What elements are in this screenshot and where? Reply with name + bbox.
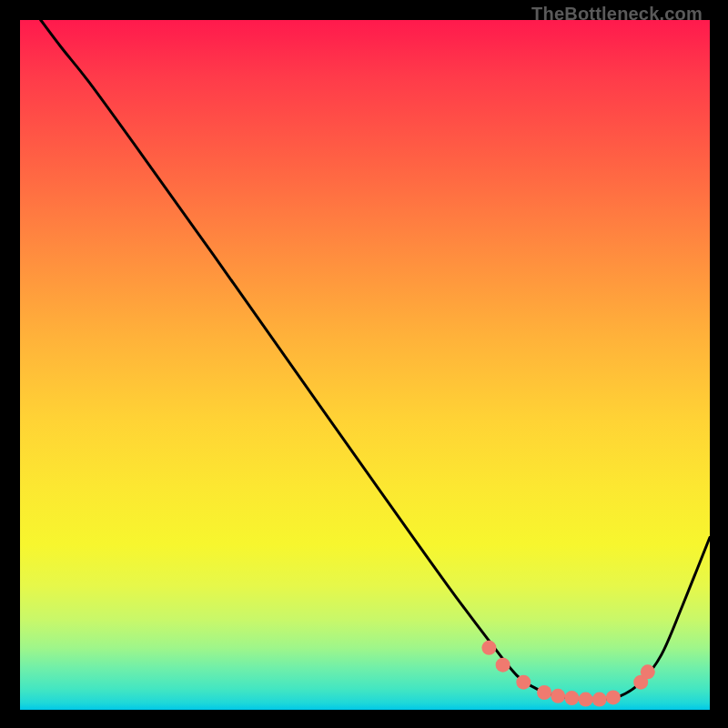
plot-svg <box>20 20 710 710</box>
curve-marker <box>579 693 593 707</box>
plot-frame <box>20 20 710 710</box>
curve-marker <box>592 693 607 707</box>
curve-marker <box>606 690 621 704</box>
curve-marker <box>551 689 565 703</box>
credit-watermark: TheBottleneck.com <box>531 4 703 25</box>
curve-marker <box>516 675 531 690</box>
curve-marker <box>641 664 655 679</box>
curve-marker <box>564 691 579 705</box>
curve-marker <box>537 685 551 700</box>
curve-markers <box>481 641 654 707</box>
curve-marker <box>481 641 496 655</box>
bottleneck-curve <box>41 20 710 700</box>
curve-marker <box>496 658 511 672</box>
